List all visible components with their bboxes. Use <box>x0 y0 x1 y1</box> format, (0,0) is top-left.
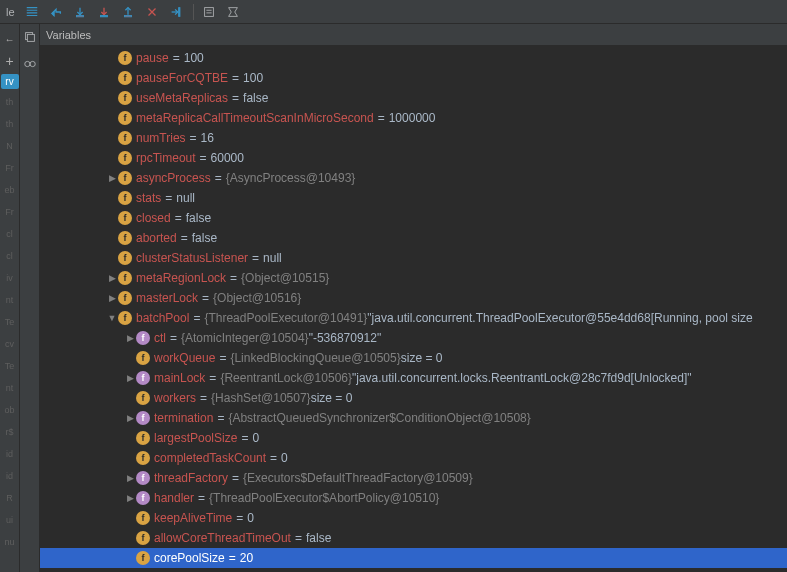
chevron-down-icon[interactable]: ▼ <box>106 313 118 323</box>
chevron-right-icon[interactable]: ▶ <box>124 473 136 483</box>
list-icon[interactable] <box>21 1 43 23</box>
tab-inactive[interactable]: iv <box>1 269 19 287</box>
tab-inactive[interactable]: id <box>1 467 19 485</box>
debug-toolbar: le <box>0 0 787 24</box>
tab-active[interactable]: rv <box>1 74 19 89</box>
variable-value: 60000 <box>211 151 244 165</box>
svg-rect-4 <box>204 7 213 16</box>
variable-row[interactable]: ▶fmasterLock = {Object@10516} <box>40 288 787 308</box>
tab-inactive[interactable]: ui <box>1 511 19 529</box>
variable-row[interactable]: ▶fallowCoreThreadTimeOut = false <box>40 528 787 548</box>
variable-row[interactable]: ▶fthreadFactory = {Executors$DefaultThre… <box>40 468 787 488</box>
tab-inactive[interactable]: cv <box>1 335 19 353</box>
variable-row[interactable]: ▶fnumTries = 16 <box>40 128 787 148</box>
variable-row[interactable]: ▶fclosed = false <box>40 208 787 228</box>
drop-frame-icon[interactable] <box>141 1 163 23</box>
tab-inactive[interactable]: eb <box>1 181 19 199</box>
variable-row[interactable]: ▶fmainLock = {ReentrantLock@10506} "java… <box>40 368 787 388</box>
tab-inactive[interactable]: r$ <box>1 423 19 441</box>
field-icon: f <box>118 51 132 65</box>
variable-type: {ThreadPoolExecutor$AbortPolicy@10510} <box>209 491 439 505</box>
chevron-right-icon[interactable]: ▶ <box>124 493 136 503</box>
run-to-cursor-icon[interactable] <box>165 1 187 23</box>
equals-sign: = <box>232 471 239 485</box>
tab-inactive[interactable]: Fr <box>1 159 19 177</box>
step-into-icon[interactable] <box>93 1 115 23</box>
trace-icon[interactable] <box>222 1 244 23</box>
variable-row[interactable]: ▶faborted = false <box>40 228 787 248</box>
variable-row[interactable]: ▶fhandler = {ThreadPoolExecutor$AbortPol… <box>40 488 787 508</box>
tab-inactive[interactable]: ob <box>1 401 19 419</box>
field-icon: f <box>136 431 150 445</box>
chevron-right-icon[interactable]: ▶ <box>106 293 118 303</box>
svg-point-7 <box>24 61 29 66</box>
variable-row[interactable]: ▶fclusterStatusListener = null <box>40 248 787 268</box>
tab-inactive[interactable]: R <box>1 489 19 507</box>
tab-inactive[interactable]: cl <box>1 225 19 243</box>
tab-inactive[interactable]: cl <box>1 247 19 265</box>
field-icon: f <box>118 151 132 165</box>
evaluate-icon[interactable] <box>198 1 220 23</box>
field-icon: f <box>136 511 150 525</box>
variable-row[interactable]: ▶fstats = null <box>40 188 787 208</box>
tab-inactive[interactable]: Te <box>1 313 19 331</box>
chevron-right-icon[interactable]: ▶ <box>124 413 136 423</box>
tab-add-icon[interactable]: + <box>1 52 19 70</box>
variable-row[interactable]: ▶fmetaRegionLock = {Object@10515} <box>40 268 787 288</box>
svg-point-8 <box>30 61 35 66</box>
tab-inactive[interactable]: N <box>1 137 19 155</box>
equals-sign: = <box>229 551 236 565</box>
variable-row[interactable]: ▶flargestPoolSize = 0 <box>40 428 787 448</box>
variable-row[interactable]: ▶fcompletedTaskCount = 0 <box>40 448 787 468</box>
step-out-icon[interactable] <box>117 1 139 23</box>
tab-inactive[interactable]: th <box>1 115 19 133</box>
return-icon[interactable] <box>45 1 67 23</box>
tab-inactive[interactable]: nu <box>1 533 19 551</box>
variable-row[interactable]: ▶fpause = 100 <box>40 48 787 68</box>
variable-name: termination <box>154 411 213 425</box>
variable-row[interactable]: ▶ftermination = {AbstractQueuedSynchroni… <box>40 408 787 428</box>
glasses-icon[interactable] <box>23 57 37 74</box>
chevron-right-icon[interactable]: ▶ <box>106 273 118 283</box>
tab-inactive[interactable]: Fr <box>1 203 19 221</box>
tab-inactive[interactable]: id <box>1 445 19 463</box>
chevron-right-icon[interactable]: ▶ <box>124 333 136 343</box>
variable-row[interactable]: ▼fbatchPool = {ThreadPoolExecutor@10491}… <box>40 308 787 328</box>
variable-row[interactable]: ▶frpcTimeout = 60000 <box>40 148 787 168</box>
equals-sign: = <box>193 311 200 325</box>
chevron-right-icon[interactable]: ▶ <box>124 373 136 383</box>
variable-name: asyncProcess <box>136 171 211 185</box>
tab-inactive[interactable]: nt <box>1 379 19 397</box>
variable-value: 20 <box>240 551 253 565</box>
variable-row[interactable]: ▶fworkQueue = {LinkedBlockingQueue@10505… <box>40 348 787 368</box>
variable-row[interactable]: ▶fcorePoolSize = 20 <box>40 548 787 568</box>
variables-tree[interactable]: ▶fpause = 100▶fpauseForCQTBE = 100▶fuseM… <box>40 46 787 572</box>
variable-name: workers <box>154 391 196 405</box>
equals-sign: = <box>217 411 224 425</box>
variable-name: metaReplicaCallTimeoutScanInMicroSecond <box>136 111 374 125</box>
field-private-icon: f <box>136 411 150 425</box>
variable-row[interactable]: ▶fworkers = {HashSet@10507} size = 0 <box>40 388 787 408</box>
variable-string-value: "java.util.concurrent.locks.ReentrantLoc… <box>352 371 692 385</box>
field-icon: f <box>118 231 132 245</box>
field-private-icon: f <box>136 331 150 345</box>
variable-row[interactable]: ▶fuseMetaReplicas = false <box>40 88 787 108</box>
tab-inactive[interactable]: th <box>1 93 19 111</box>
variable-row[interactable]: ▶fkeepAliveTime = 0 <box>40 508 787 528</box>
variable-row[interactable]: ▶fpauseForCQTBE = 100 <box>40 68 787 88</box>
variable-name: handler <box>154 491 194 505</box>
variable-row[interactable]: ▶fctl = {AtomicInteger@10504} "-53687091… <box>40 328 787 348</box>
field-icon: f <box>118 251 132 265</box>
variable-row[interactable]: ▶fmetaReplicaCallTimeoutScanInMicroSecon… <box>40 108 787 128</box>
copy-icon[interactable] <box>23 30 37 47</box>
tab-inactive[interactable]: nt <box>1 291 19 309</box>
variable-row[interactable]: ▶fasyncProcess = {AsyncProcess@10493} <box>40 168 787 188</box>
equals-sign: = <box>232 91 239 105</box>
chevron-right-icon[interactable]: ▶ <box>106 173 118 183</box>
tab-inactive[interactable]: Te <box>1 357 19 375</box>
step-over-icon[interactable] <box>69 1 91 23</box>
field-icon: f <box>136 351 150 365</box>
variable-value: false <box>192 231 217 245</box>
field-icon: f <box>136 551 150 565</box>
tab-back-icon[interactable]: ← <box>1 30 19 48</box>
